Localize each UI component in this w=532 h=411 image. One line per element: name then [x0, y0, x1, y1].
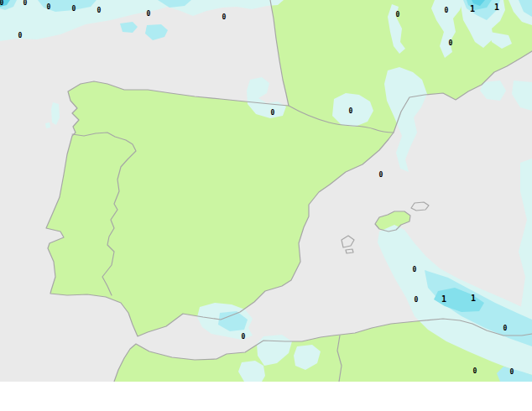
- weather-map-page: { "map": { "region": "Iberian Peninsula"…: [0, 0, 532, 411]
- map-svg: [0, 0, 532, 382]
- legend-band: Precipitation [mm] GFS 0.25 0.10.5125101…: [0, 382, 532, 411]
- precip-area: [45, 122, 50, 128]
- weather-map: 000000000000000000001111: [0, 0, 532, 382]
